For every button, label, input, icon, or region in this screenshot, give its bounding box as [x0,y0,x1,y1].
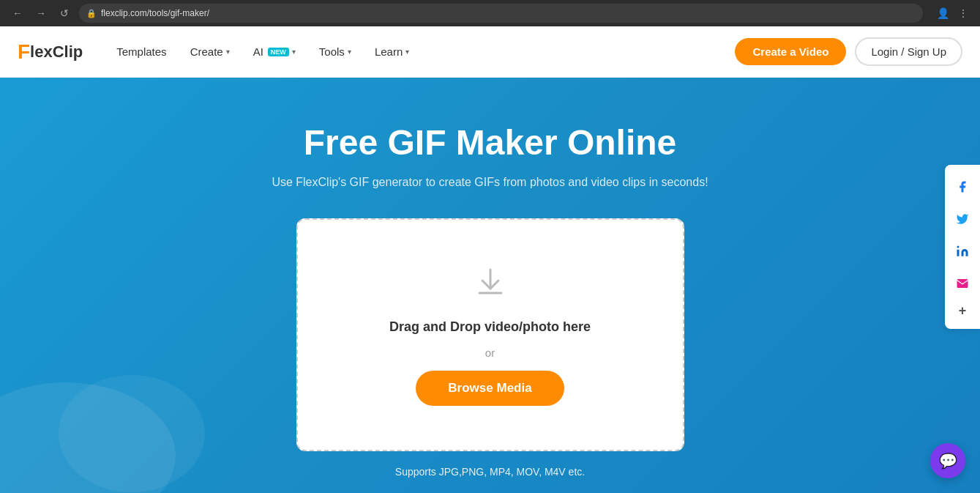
nav-item-learn[interactable]: Learn ▾ [364,40,419,64]
upload-or-text: or [485,346,495,359]
linkedin-share-button[interactable] [948,237,977,266]
chat-icon: 💬 [939,452,957,470]
chevron-down-icon: ▾ [348,48,351,56]
address-bar[interactable]: 🔒 flexclip.com/tools/gif-maker/ [79,4,923,23]
upload-prompt-text: Drag and Drop video/photo here [389,319,591,335]
upload-dropzone[interactable]: Drag and Drop video/photo here or Browse… [296,218,684,451]
nav-item-ai[interactable]: AI NEW ▾ [243,40,306,64]
nav-item-create[interactable]: Create ▾ [180,40,240,64]
browser-actions: 👤 ⋮ [935,5,971,21]
chevron-down-icon: ▾ [405,48,409,56]
reload-button[interactable]: ↺ [56,4,73,22]
chevron-down-icon: ▾ [226,48,230,56]
chat-button[interactable]: 💬 [930,443,965,478]
facebook-share-button[interactable] [948,172,977,201]
forward-button[interactable]: → [32,4,50,22]
logo-text: lexClip [30,44,83,60]
url-text: flexclip.com/tools/gif-maker/ [101,8,209,18]
hero-section: Free GIF Maker Online Use FlexClip's GIF… [0,78,980,493]
menu-icon[interactable]: ⋮ [955,5,971,21]
navbar: F lexClip Templates Create ▾ AI NEW ▾ To… [0,26,980,78]
hero-title: Free GIF Maker Online [304,122,676,164]
social-more-button[interactable]: + [948,300,977,323]
browser-chrome: ← → ↺ 🔒 flexclip.com/tools/gif-maker/ 👤 … [0,0,980,26]
nav-item-templates[interactable]: Templates [106,40,176,64]
twitter-share-button[interactable] [948,204,977,234]
lock-icon: 🔒 [86,9,97,18]
download-icon [472,264,509,305]
social-sidebar: + [945,165,980,329]
hero-subtitle: Use FlexClip's GIF generator to create G… [272,176,708,189]
logo[interactable]: F lexClip [18,42,83,62]
profile-icon[interactable]: 👤 [935,5,951,21]
nav-item-tools[interactable]: Tools ▾ [309,40,362,64]
nav-links: Templates Create ▾ AI NEW ▾ Tools ▾ Lear… [106,40,735,64]
email-share-button[interactable] [948,269,977,298]
ai-new-badge: NEW [268,48,289,56]
supports-text: Supports JPG,PNG, MP4, MOV, M4V etc. [395,466,585,478]
back-button[interactable]: ← [9,4,26,22]
browse-media-button[interactable]: Browse Media [416,371,564,406]
logo-f: F [18,42,30,62]
chevron-down-icon: ▾ [292,48,296,56]
navbar-actions: Create a Video Login / Sign Up [735,37,962,66]
login-signup-button[interactable]: Login / Sign Up [855,37,962,66]
create-video-button[interactable]: Create a Video [735,38,846,65]
svg-point-0 [957,245,960,248]
